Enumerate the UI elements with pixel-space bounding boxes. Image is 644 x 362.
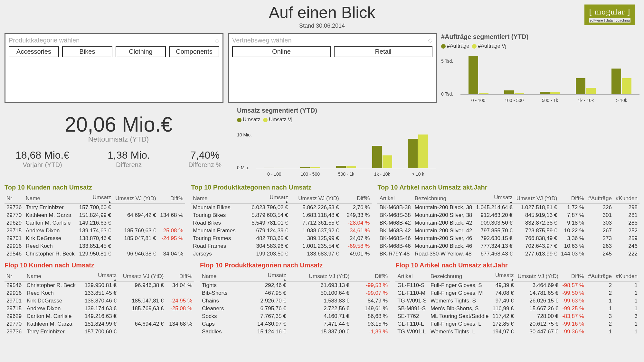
table-row[interactable]: 29701Kirk DeGrasse138.870,46 €185.047,81… [5, 297, 194, 305]
col-header[interactable]: Bezeichnung [429, 272, 491, 282]
col-header[interactable]: Umsatz▲ [474, 194, 514, 204]
col-header[interactable]: Diff% [158, 194, 185, 204]
col-header[interactable]: Umsatz VJ (YtD) [113, 194, 158, 204]
col-header[interactable]: Diff% [559, 194, 586, 204]
col-header[interactable]: Name [200, 272, 242, 282]
col-header[interactable]: Name [25, 272, 81, 282]
filter-retail[interactable]: Retail [334, 46, 432, 57]
filter-accessories[interactable]: Accessories [9, 46, 59, 57]
col-header[interactable]: Umsatz VJ (YtD) [118, 272, 166, 282]
col-header[interactable]: Umsatz VJ (YtD) [515, 194, 559, 204]
col-header[interactable]: Diff% [166, 272, 194, 282]
table-row[interactable]: GL-F110-LFull-Finger Gloves, L172,85 €20… [395, 320, 639, 328]
table-row[interactable]: TG-W091-SWomen's Tights, S97,49 €26.026,… [395, 297, 639, 305]
table-flop-kat[interactable]: NameUmsatz▲Umsatz VJ (YtD)Diff%Tights292… [200, 272, 390, 336]
clear-icon[interactable]: ◇ [428, 37, 432, 44]
table-row[interactable]: Road Frames304.583,96 €1.001.235,54 €-69… [191, 242, 372, 250]
table-row[interactable]: Mountain Frames679.124,39 €1.038.637,92 … [191, 227, 372, 235]
table-row[interactable]: BK-M68S-38Mountain-200 Silver, 38912.463… [377, 211, 639, 219]
table-row[interactable]: 29701Kirk DeGrasse138.870,46 €185.047,81… [5, 235, 185, 242]
table-row[interactable]: BK-M68S-46Mountain-200 Silver, 46792.630… [377, 235, 639, 242]
col-header[interactable]: Umsatz VJ (YtD) [290, 194, 341, 204]
col-header[interactable]: Nr [5, 194, 24, 204]
table-row[interactable]: 29715Andrew Dixon139.174,63 €185.769,63 … [5, 227, 185, 235]
table-row[interactable]: Cleaners6.795,76 €2.722,56 €149,61 % [200, 305, 390, 312]
table-row[interactable]: Touring Bikes5.879.603,54 €1.683.118,48 … [191, 211, 372, 219]
table-row[interactable]: Touring Frames482.783,65 €389.125,99 €24… [191, 235, 372, 242]
col-header[interactable]: Diff% [341, 194, 372, 204]
table-row[interactable]: TG-W091-LWomen's Tights, L194,97 €30.447… [395, 328, 639, 336]
table-row[interactable]: 29916Reed Koch133.851,45 € [5, 289, 194, 297]
table-row[interactable]: BK-M68S-42Mountain-200 Silver, 42797.855… [377, 227, 639, 235]
table-row[interactable]: Caps14.430,97 €7.471,44 €93,15 % [200, 320, 390, 328]
table-row[interactable]: BK-M68B-38Mountain-200 Black, 381.045.21… [377, 204, 639, 212]
table-row[interactable]: 29770Kathleen M. Garza151.824,99 €64.694… [5, 211, 185, 219]
col-header[interactable]: Diff% [351, 272, 390, 282]
table-row[interactable]: Tights292,46 €61.693,13 €-99,53 % [200, 282, 390, 290]
table-row[interactable]: BK-M68B-46Mountain-200 Black, 46777.324,… [377, 242, 639, 250]
table-row[interactable]: Chains2.926,70 €1.583,83 €84,79 % [200, 297, 390, 305]
table-row[interactable]: GL-F110-SFull-Finger Gloves, S49,39 €3.4… [395, 282, 639, 290]
table-row[interactable]: 29715Andrew Dixon139.174,63 €185.769,63 … [5, 305, 194, 312]
filter-online[interactable]: Online [232, 46, 331, 57]
col-header[interactable]: Umsatz VJ (YtD) [288, 272, 351, 282]
title-top-kat: Top 10 Produktkategorien nach Umsatz [191, 184, 372, 191]
table-row[interactable]: SE-T762ML Touring Seat/Saddle117,42 €728… [395, 312, 639, 320]
col-header[interactable]: Umsatz▲ [80, 272, 118, 282]
table-row[interactable]: 29736Terry Eminhizer157.700,60 € [5, 204, 185, 212]
table-top-kat[interactable]: NameUmsatz▲Umsatz VJ (YtD)Diff%Mountain … [191, 194, 372, 258]
title-flop-kunden: Flop 10 Kunden nach Umsatz [5, 262, 194, 269]
table-row[interactable]: 29736Terry Eminhizer157.700,60 € [5, 328, 194, 336]
filter-bikes[interactable]: Bikes [62, 46, 112, 57]
col-header[interactable]: Nr [5, 272, 25, 282]
col-header[interactable]: Umsatz VJ (YtD) [516, 272, 561, 282]
table-row[interactable]: Road Bikes5.549.781,01 €7.712.361,55 €-2… [191, 219, 372, 227]
col-header[interactable]: #Kunden [614, 272, 639, 282]
col-header[interactable]: #Aufträge [586, 194, 614, 204]
col-header[interactable]: Artikel [377, 194, 412, 204]
table-row[interactable]: Saddles15.124,16 €15.337,00 €-1,39 % [200, 328, 390, 336]
col-header[interactable]: Name [191, 194, 244, 204]
table-row[interactable]: 29629Carlton M. Carlisle149.216,63 € [5, 219, 185, 227]
filter-category[interactable]: Produktkategorie wählen ◇ Accessories Bi… [5, 33, 223, 103]
filter-channel[interactable]: Vertriebsweg wählen ◇ Online Retail [228, 33, 437, 103]
chart-revenue-legend: Umsatz Umsatz Vj [237, 117, 436, 123]
col-header[interactable]: Umsatz▲ [490, 272, 516, 282]
col-header[interactable]: Bezeichnung [413, 194, 474, 204]
table-row[interactable]: BK-M68B-42Mountain-200 Black, 42909.303,… [377, 219, 639, 227]
col-header[interactable]: #Aufträge [586, 272, 614, 282]
table-top-kunden[interactable]: NrNameUmsatz▲Umsatz VJ (YtD)Diff%29736Te… [5, 194, 185, 258]
table-row[interactable]: BK-R79Y-48Road-350-W Yellow, 48677.468,4… [377, 250, 639, 258]
filter-channel-label: Vertriebsweg wählen [232, 37, 432, 44]
filter-category-label: Produktkategorie wählen [9, 37, 219, 44]
kpi-net: 20,06 Mio.€ [9, 113, 228, 136]
table-row[interactable]: 29629Carlton M. Carlisle149.216,63 € [5, 312, 194, 320]
filter-components[interactable]: Components [169, 46, 219, 57]
table-flop-art[interactable]: ArtikelBezeichnungUmsatz▲Umsatz VJ (YtD)… [395, 272, 639, 336]
table-top-art[interactable]: ArtikelBezeichnungUmsatz▲Umsatz VJ (YtD)… [377, 194, 639, 258]
title-flop-kat: Flop 10 Produktkategorien nach Umsatz [200, 262, 390, 269]
table-row[interactable]: Bib-Shorts467,95 €50.100,64 €-99,07 % [200, 289, 390, 297]
table-row[interactable]: GL-F110-MFull-Finger Gloves, M74,08 €14.… [395, 289, 639, 297]
col-header[interactable]: Umsatz▲ [77, 194, 113, 204]
table-row[interactable]: 29546Christopher R. Beck129.950,81 €96.9… [5, 250, 185, 258]
table-row[interactable]: 29546Christopher R. Beck129.950,81 €96.9… [5, 282, 194, 290]
table-flop-kunden[interactable]: NrNameUmsatz▲Umsatz VJ (YtD)Diff%29546Ch… [5, 272, 194, 336]
col-header[interactable]: Artikel [395, 272, 429, 282]
clear-icon[interactable]: ◇ [215, 37, 219, 44]
table-row[interactable]: SB-M891-SMen's Bib-Shorts, S116,99 €15.6… [395, 305, 639, 312]
table-row[interactable]: 29916Reed Koch133.851,45 € [5, 242, 185, 250]
table-row[interactable]: Socks7.767,35 €4.160,71 €86,68 % [200, 312, 390, 320]
col-header[interactable]: Umsatz▲ [244, 194, 290, 204]
col-header[interactable]: Name [24, 194, 77, 204]
table-row[interactable]: Mountain Bikes6.023.796,02 €5.862.226,53… [191, 204, 372, 212]
col-header[interactable]: Diff% [560, 272, 586, 282]
kpi-net-label: Nettoumsatz (YTD) [9, 135, 228, 144]
kpi-prev: 18,68 Mio.€ [15, 149, 69, 161]
col-header[interactable]: Umsatz▲ [242, 272, 288, 282]
table-row[interactable]: Jerseys199.203,50 €133.683,97 €49,01 % [191, 250, 372, 258]
title-flop-art: Flop 10 Artikel nach Umsatz akt.Jahr [395, 262, 639, 269]
col-header[interactable]: #Kunden [614, 194, 639, 204]
filter-clothing[interactable]: Clothing [116, 46, 166, 57]
table-row[interactable]: 29770Kathleen M. Garza151.824,99 €64.694… [5, 320, 194, 328]
